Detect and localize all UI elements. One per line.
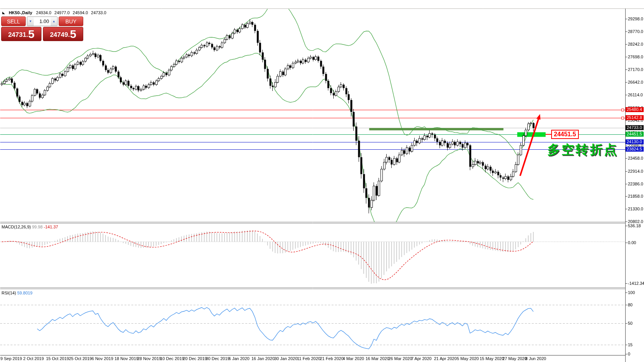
price-axis-tick: 27698.0	[628, 55, 643, 59]
sell-price-main: 24731	[8, 30, 26, 40]
annotation-connector-line	[545, 134, 551, 135]
date-axis-label: 5 May 2020	[457, 356, 479, 361]
sell-price-panel[interactable]: 24731.5	[1, 27, 41, 41]
date-axis-label: 18 Nov 2019	[115, 356, 138, 361]
volume-decrease-button[interactable]: ▼	[27, 17, 34, 26]
one-click-trading-panel: SELL ▼ 1.00 ▲ BUY 24731.5 24749.5	[1, 17, 83, 41]
sell-button[interactable]: SELL	[1, 17, 26, 26]
date-axis-label: 7 Apr 2020	[411, 356, 432, 361]
price-axis-tick: 28242.0	[628, 42, 643, 46]
date-axis-label: 6 Jan 2020	[229, 356, 249, 361]
price-badge-24733.0: 24733.0	[626, 125, 644, 130]
low-value: 24594.0	[73, 10, 88, 15]
rsi-axis-tick: 80	[628, 302, 632, 307]
date-axis-label: 2 Oct 2019	[23, 356, 44, 361]
date-axis-label: 25 Oct 2019	[69, 356, 92, 361]
sell-price-fraction: 5	[28, 28, 35, 40]
rsi-axis-tick: 15	[628, 342, 632, 347]
date-axis-label: 28 Nov 2019	[137, 356, 161, 361]
open-value: 24934.0	[36, 10, 51, 15]
price-axis-tick: 23458.0	[628, 156, 643, 160]
price-axis-tick: 28770.0	[628, 29, 643, 34]
buy-price-fraction: 5	[70, 28, 76, 40]
buy-button[interactable]: BUY	[59, 17, 83, 26]
price-axis-tick: 27170.0	[628, 67, 643, 72]
chart-window-title: ◣ HK50-,Daily 24934.0 24977.0 24594.0 24…	[2, 10, 106, 15]
macd-signal-value: -141.37	[44, 225, 58, 229]
date-axis-label: 8 Jun 2020	[525, 356, 546, 361]
date-axis-label: 26 Mar 2020	[389, 356, 412, 361]
volume-stepper: ▼ 1.00 ▲	[27, 17, 58, 26]
date-axis-label: 16 Jan 2020	[252, 356, 275, 361]
price-axis-tick: 29298.0	[628, 17, 643, 21]
date-axis-label: 20 Dec 2019	[183, 356, 207, 361]
date-axis-label: 9 Sep 2019	[0, 356, 22, 361]
macd-main-value: 99.98	[32, 225, 43, 229]
price-axis-tick: 21330.0	[628, 207, 643, 211]
date-axis-label: 6 Nov 2019	[92, 356, 113, 361]
volume-input[interactable]: 1.00	[34, 17, 51, 26]
date-axis-label: 11 Feb 2020	[297, 356, 321, 361]
rsi-indicator-label: RSI(14) 59.8019	[2, 291, 33, 295]
price-chart-canvas[interactable]	[0, 0, 644, 362]
date-axis-label: 30 Jan 2020	[274, 356, 298, 361]
close-value: 24733.0	[91, 10, 106, 15]
macd-indicator-label: MACD(12,26,9) 99.98 -141.37	[2, 225, 58, 229]
chart-window-icon: ◣	[2, 11, 5, 15]
date-axis-label: 21 Feb 2020	[320, 356, 344, 361]
macd-axis-tick: 0.00	[628, 240, 636, 245]
price-annotation-label[interactable]: 24451.5	[551, 130, 579, 139]
price-axis-tick: 22914.0	[628, 169, 643, 174]
high-value: 24977.0	[54, 10, 70, 15]
mt4-terminal: 新订单自动交易▼▼▼EFAT▼M1M5M15M30H1H4D1W1MN ◣ HK…	[0, 0, 644, 362]
date-axis-label: 4 Mar 2020	[343, 356, 364, 361]
price-badge-25142.8: 25142.8	[626, 115, 644, 120]
date-axis-label: 27 May 2020	[502, 356, 527, 361]
date-axis-label: 10 Dec 2019	[160, 356, 184, 361]
date-axis-label: 30 Dec 2019	[206, 356, 230, 361]
date-axis-label: 15 May 2020	[480, 356, 504, 361]
date-axis-label: 15 Oct 2019	[46, 356, 69, 361]
price-badge-24130.0: 24130.0	[626, 139, 644, 144]
symbol-period-label: HK50-,Daily	[9, 10, 32, 15]
price-axis-tick: 22386.0	[628, 182, 643, 186]
rsi-value: 59.8019	[17, 291, 33, 295]
price-axis-tick: 26642.0	[628, 80, 643, 84]
price-axis-tick: 26114.0	[628, 93, 643, 97]
price-axis-tick: 21858.0	[628, 194, 643, 198]
macd-axis-tick: 536.18	[628, 223, 641, 228]
buy-price-main: 24749	[50, 30, 68, 40]
price-badge-25480.4: 25480.4	[626, 107, 644, 112]
buy-price-panel[interactable]: 24749.5	[43, 27, 83, 41]
volume-increase-button[interactable]: ▲	[51, 17, 57, 26]
rsi-axis-tick: 100	[628, 290, 635, 295]
rsi-axis-tick: 50	[628, 321, 632, 326]
price-badge-23824.5: 23824.5	[626, 147, 644, 152]
date-axis-label: 21 Apr 2020	[434, 356, 457, 361]
turning-point-note[interactable]: 多空转折点	[547, 141, 618, 159]
date-axis-label: 16 Mar 2020	[366, 356, 389, 361]
macd-axis-tick: -1412.34	[628, 281, 644, 286]
price-badge-24451.5: 24451.5	[626, 132, 644, 137]
rsi-axis-tick: 0	[628, 352, 630, 356]
